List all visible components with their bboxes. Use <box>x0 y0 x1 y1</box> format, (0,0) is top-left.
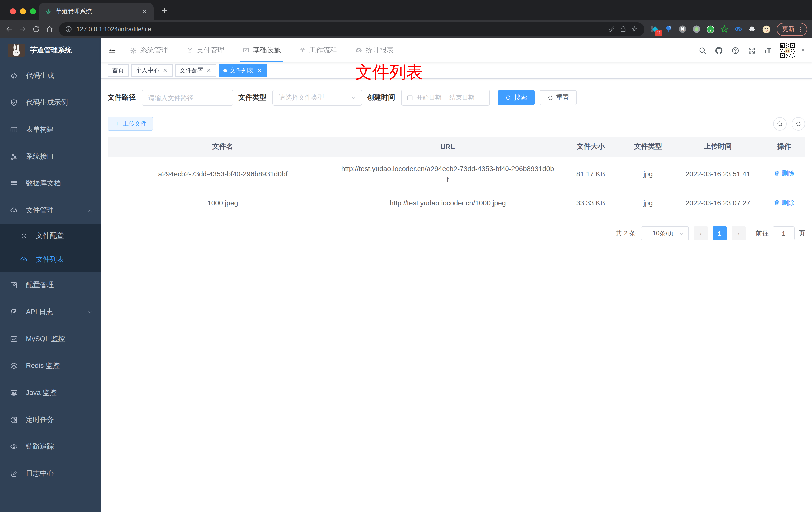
search-button[interactable]: 搜索 <box>498 90 535 105</box>
top-menu-item-统计报表[interactable]: 统计报表 <box>355 38 394 62</box>
chevron-up-icon <box>87 208 93 213</box>
reload-icon[interactable] <box>32 25 40 33</box>
header-search-icon[interactable] <box>698 46 707 55</box>
sidebar-item-文件列表[interactable]: 文件列表 <box>0 248 101 272</box>
sidebar-item-链路追踪[interactable]: 链路追踪 <box>0 433 101 460</box>
refresh-table-button[interactable] <box>791 117 805 130</box>
top-menu-item-系统管理[interactable]: 系统管理 <box>130 38 168 62</box>
cell-action: 删除 <box>763 156 805 191</box>
sidebar-menu: 代码生成代码生成示例表单构建系统接口数据库文档文件管理文件配置文件列表配置管理A… <box>0 62 101 487</box>
extension-star-icon[interactable] <box>720 25 729 33</box>
sidebar-item-代码生成示例[interactable]: 代码生成示例 <box>0 89 101 116</box>
extension-record-icon[interactable] <box>692 25 701 33</box>
share-icon[interactable] <box>619 25 627 33</box>
tag-label: 首页 <box>112 66 124 74</box>
extensions-puzzle-icon[interactable] <box>748 25 757 33</box>
password-key-icon[interactable] <box>608 25 615 33</box>
extension-eye-icon[interactable] <box>734 25 743 33</box>
sidebar-item-MySQL 监控[interactable]: MySQL 监控 <box>0 326 101 353</box>
zoom-window-button[interactable] <box>30 8 36 14</box>
tag-个人中心[interactable]: 个人中心✕ <box>131 64 173 77</box>
sidebar-item-配置管理[interactable]: 配置管理 <box>0 272 101 299</box>
top-menu-item-工作流程[interactable]: 工作流程 <box>299 38 337 62</box>
fullscreen-icon[interactable] <box>748 46 756 55</box>
sidebar-item-Redis 监控[interactable]: Redis 监控 <box>0 353 101 380</box>
minimize-window-button[interactable] <box>20 8 26 14</box>
extension-y-icon[interactable]: y <box>706 25 715 33</box>
sidebar-item-label: 定时任务 <box>26 415 93 424</box>
sidebar-item-Java 监控[interactable]: Java 监控 <box>0 380 101 406</box>
avatar-caret-icon[interactable]: ▼ <box>801 48 805 53</box>
grid-icon <box>10 179 18 187</box>
tag-文件列表[interactable]: 文件列表✕ <box>219 64 267 77</box>
file-path-input[interactable] <box>142 90 233 106</box>
upload-file-button[interactable]: ＋ 上传文件 <box>108 117 153 131</box>
tag-close-icon[interactable]: ✕ <box>206 67 212 73</box>
github-icon[interactable] <box>715 46 723 55</box>
reset-button[interactable]: 重置 <box>540 90 577 105</box>
date-end-placeholder[interactable]: 结束日期 <box>450 93 474 102</box>
file-type-select[interactable]: 请选择文件类型 <box>272 90 362 106</box>
delete-label: 删除 <box>782 168 794 179</box>
window-controls[interactable] <box>10 8 36 14</box>
sidebar-item-label: 配置管理 <box>26 281 93 290</box>
sidebar-item-系统接口[interactable]: 系统接口 <box>0 143 101 170</box>
sidebar-item-文件配置[interactable]: 文件配置 <box>0 224 101 248</box>
screen: 芋道管理系统 ✕ ＋ 127.0.0.1:1024/infra/file/fil… <box>0 0 812 512</box>
doc-icon <box>10 308 18 316</box>
forward-icon[interactable] <box>19 25 27 33</box>
tag-label: 个人中心 <box>136 66 160 74</box>
browser-tabstrip: 芋道管理系统 ✕ ＋ <box>0 0 812 20</box>
font-size-icon[interactable]: TT <box>764 47 771 54</box>
goto-page-input[interactable] <box>773 226 794 240</box>
chart-icon <box>10 335 18 343</box>
next-page-button[interactable]: › <box>732 226 746 240</box>
bookmark-star-icon[interactable] <box>631 25 638 33</box>
delete-button[interactable]: 删除 <box>774 197 794 208</box>
sidebar-item-定时任务[interactable]: 定时任务 <box>0 406 101 433</box>
back-icon[interactable] <box>5 25 13 33</box>
sidebar-item-表单构建[interactable]: 表单构建 <box>0 116 101 143</box>
close-window-button[interactable] <box>10 8 16 14</box>
column-header-操作: 操作 <box>763 137 805 156</box>
extension-command-icon[interactable]: ⌘ <box>678 25 687 33</box>
show-search-button[interactable] <box>773 117 787 130</box>
user-avatar-qr[interactable] <box>779 42 795 59</box>
column-header-文件类型: 文件类型 <box>624 137 673 156</box>
page-number-1[interactable]: 1 <box>713 226 727 240</box>
extension-sidebar-icon[interactable]: 11 <box>650 25 659 33</box>
url-text[interactable]: 127.0.0.1:1024/infra/file/file <box>76 26 604 33</box>
date-range-picker[interactable]: 开始日期 - 结束日期 <box>401 90 490 106</box>
tag-close-icon[interactable]: ✕ <box>256 67 262 73</box>
sidebar-collapse-icon[interactable] <box>108 46 117 55</box>
tag-close-icon[interactable]: ✕ <box>162 67 168 73</box>
extension-balloon-icon[interactable] <box>664 25 673 33</box>
prev-page-button[interactable]: ‹ <box>694 226 708 240</box>
help-icon[interactable] <box>731 46 740 55</box>
sidebar-item-数据库文档[interactable]: 数据库文档 <box>0 170 101 197</box>
page-size-select[interactable]: 10条/页 <box>641 226 689 240</box>
browser-menu-icon[interactable]: ⋮ <box>798 26 804 33</box>
home-icon[interactable] <box>46 25 54 33</box>
profile-emoji-avatar[interactable] <box>762 25 771 33</box>
top-menu-item-基础设施[interactable]: 基础设施 <box>242 38 281 62</box>
file-type-label: 文件类型 <box>238 93 266 102</box>
browser-tab[interactable]: 芋道管理系统 ✕ <box>39 3 154 20</box>
sidebar-item-日志中心[interactable]: 日志中心 <box>0 460 101 487</box>
tag-文件配置[interactable]: 文件配置✕ <box>175 64 216 77</box>
site-info-icon[interactable] <box>65 25 72 33</box>
date-start-placeholder[interactable]: 开始日期 <box>416 93 441 102</box>
top-menu-item-支付管理[interactable]: 支付管理 <box>186 38 225 62</box>
sidebar-item-文件管理[interactable]: 文件管理 <box>0 197 101 224</box>
sidebar-item-代码生成[interactable]: 代码生成 <box>0 62 101 89</box>
address-bar[interactable]: 127.0.0.1:1024/infra/file/file <box>59 22 644 36</box>
top-menu-label: 系统管理 <box>140 46 168 55</box>
browser-update-button[interactable]: 更新 ⋮ <box>777 23 807 36</box>
sidebar-item-API 日志[interactable]: API 日志 <box>0 299 101 326</box>
tag-首页[interactable]: 首页 <box>108 64 129 77</box>
page-suffix: 页 <box>799 229 805 238</box>
tab-close-icon[interactable]: ✕ <box>141 8 149 15</box>
new-tab-button[interactable]: ＋ <box>160 4 169 17</box>
delete-button[interactable]: 删除 <box>774 168 794 179</box>
app-logo-row[interactable]: 芋道管理系统 <box>0 38 101 62</box>
